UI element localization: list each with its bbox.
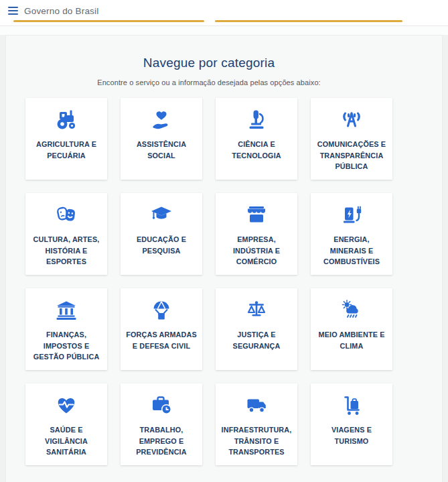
parachute-box-icon (148, 298, 175, 323)
category-card[interactable]: JUSTIÇA E SEGURANÇA (216, 288, 297, 370)
category-card[interactable]: TRABALHO, EMPREGO E PREVIDÊNCIA (121, 383, 202, 465)
carousel-slide-indicator-2[interactable] (215, 20, 402, 22)
category-label: MEIO AMBIENTE E CLIMA (315, 329, 388, 351)
page-title: Navegue por categoria (25, 56, 392, 70)
cloud-sun-rain-icon (338, 298, 365, 323)
hand-holding-heart-icon (148, 107, 175, 133)
category-card[interactable]: FORÇAS ARMADAS E DEFESA CIVIL (121, 288, 202, 370)
microscope-icon (243, 107, 270, 133)
category-label: SAÚDE E VIGILÂNCIA SANITÁRIA (29, 424, 103, 458)
category-label: VIAGENS E TURISMO (315, 424, 388, 446)
category-label: ENERGIA, MINERAIS E COMBUSTÍVEIS (315, 234, 388, 267)
category-card[interactable]: MEIO AMBIENTE E CLIMA (311, 288, 392, 370)
category-label: COMUNICAÇÕES E TRANSPARÊNCIA PÚBLICA (315, 139, 388, 172)
category-label: ASSISTÊNCIA SOCIAL (125, 139, 198, 161)
category-card[interactable]: CULTURA, ARTES, HISTÓRIA E ESPORTES (25, 193, 107, 275)
store-icon (243, 202, 270, 228)
category-label: TRABALHO, EMPREGO E PREVIDÊNCIA (125, 424, 198, 458)
broadcast-tower-icon (338, 107, 365, 133)
luggage-cart-icon (338, 393, 365, 418)
category-label: EDUCAÇÃO E PESQUISA (125, 234, 198, 256)
category-grid: AGRICULTURA E PECUÁRIAASSISTÊNCIA SOCIAL… (25, 98, 392, 465)
category-card[interactable]: EDUCAÇÃO E PESQUISA (121, 193, 202, 275)
heartbeat-icon (53, 393, 80, 418)
hamburger-menu-icon[interactable] (8, 5, 18, 16)
category-card[interactable]: COMUNICAÇÕES E TRANSPARÊNCIA PÚBLICA (311, 98, 392, 180)
category-card[interactable]: AGRICULTURA E PECUÁRIA (25, 98, 107, 180)
category-label: CIÊNCIA E TECNOLOGIA (220, 139, 293, 161)
scales-icon (243, 298, 270, 323)
truck-icon (243, 393, 270, 418)
charging-station-icon (338, 202, 365, 228)
carousel-indicators (0, 20, 448, 23)
header-spacer (0, 26, 448, 35)
category-card[interactable]: INFRAESTRUTURA, TRÂNSITO E TRANSPORTES (216, 383, 297, 465)
graduation-cap-icon (148, 202, 175, 228)
theater-masks-icon (53, 202, 80, 228)
carousel-slide-indicator-1[interactable] (13, 20, 204, 22)
category-card[interactable]: EMPRESA, INDÚSTRIA E COMÉRCIO (216, 193, 297, 275)
category-card[interactable]: FINANÇAS, IMPOSTOS E GESTÃO PÚBLICA (25, 288, 107, 370)
category-card[interactable]: ASSISTÊNCIA SOCIAL (121, 98, 202, 180)
category-card[interactable]: ENERGIA, MINERAIS E COMBUSTÍVEIS (311, 193, 392, 275)
category-label: JUSTIÇA E SEGURANÇA (220, 329, 293, 351)
category-panel: Navegue por categoria Encontre o serviço… (5, 35, 443, 482)
category-card[interactable]: CIÊNCIA E TECNOLOGIA (216, 98, 297, 180)
top-header: Governo do Brasil (0, 0, 448, 26)
category-label: CULTURA, ARTES, HISTÓRIA E ESPORTES (29, 234, 103, 267)
category-card[interactable]: SAÚDE E VIGILÂNCIA SANITÁRIA (25, 383, 107, 465)
category-label: AGRICULTURA E PECUÁRIA (29, 139, 103, 161)
bank-icon (53, 298, 80, 323)
category-label: FINANÇAS, IMPOSTOS E GESTÃO PÚBLICA (29, 329, 103, 363)
briefcase-clock-icon (148, 393, 175, 418)
brand-text[interactable]: Governo do Brasil (24, 6, 98, 16)
page-subtitle: Encontre o serviço ou a informação desej… (25, 78, 392, 86)
category-label: FORÇAS ARMADAS E DEFESA CIVIL (125, 329, 198, 351)
tractor-icon (53, 107, 80, 133)
category-card[interactable]: VIAGENS E TURISMO (311, 383, 392, 465)
category-label: INFRAESTRUTURA, TRÂNSITO E TRANSPORTES (220, 424, 293, 458)
category-label: EMPRESA, INDÚSTRIA E COMÉRCIO (220, 234, 293, 267)
